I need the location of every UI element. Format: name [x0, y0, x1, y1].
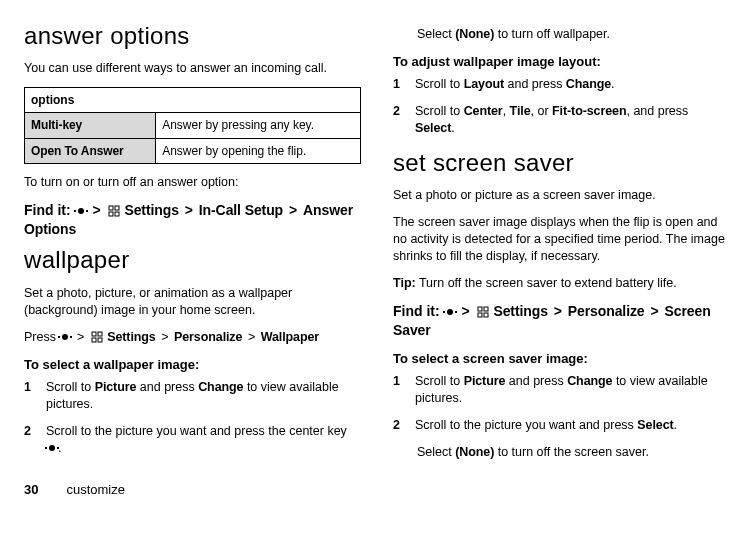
tip-text: Turn off the screen saver to extend batt… — [416, 276, 677, 290]
center-key-icon — [445, 307, 455, 317]
path-settings: Settings — [124, 202, 178, 218]
step-row: 2 Scroll to the picture you want and pre… — [393, 417, 730, 434]
step-text: Scroll to Center, Tile, or Fit-to-screen… — [415, 103, 730, 137]
chevron-text: > — [248, 330, 255, 344]
step-frag: . — [451, 121, 454, 135]
step-key: Tile — [510, 104, 531, 118]
step-number: 1 — [24, 379, 36, 413]
options-table: options Multi-key Answer by pressing any… — [24, 87, 361, 164]
step-key: Select — [415, 121, 451, 135]
step-text: Scroll to Layout and press Change. — [415, 76, 730, 93]
colon: : — [195, 357, 199, 372]
path-settings: Settings — [107, 330, 156, 344]
subhead-select-saver: To select a screen saver image: — [393, 350, 730, 368]
path-personalize: Personalize — [568, 303, 645, 319]
step-key: Select — [637, 418, 673, 432]
chevron-text: > — [554, 303, 562, 319]
step-frag: Scroll to the picture you want and press — [415, 418, 637, 432]
option-desc: Answer by opening the flip. — [156, 138, 361, 163]
subhead-text: To select a screen saver image — [393, 351, 584, 366]
center-key-icon — [60, 332, 70, 342]
center-key-icon — [47, 443, 57, 453]
svg-rect-5 — [98, 332, 102, 336]
step-number: 1 — [393, 373, 405, 407]
option-desc: Answer by pressing any key. — [156, 113, 361, 138]
svg-rect-8 — [478, 307, 482, 311]
subhead-text: To adjust wallpaper image layout — [393, 54, 596, 69]
step-key: Fit-to-screen — [552, 104, 626, 118]
press-label: Press — [24, 330, 56, 344]
step-row: 1 Scroll to Picture and press Change to … — [393, 373, 730, 407]
step-number: 2 — [393, 417, 405, 434]
step-frag: Scroll to — [415, 104, 464, 118]
step-frag: , and press — [626, 104, 688, 118]
left-column: answer options You can use different way… — [24, 20, 361, 471]
step-key: Picture — [95, 380, 137, 394]
step-key: Change — [198, 380, 243, 394]
find-it-label: Find it: — [24, 202, 71, 218]
page-footer: 30 customize — [24, 481, 730, 499]
option-name: Multi-key — [25, 113, 156, 138]
step-frag: . — [611, 77, 614, 91]
intro-answer: You can use different ways to answer an … — [24, 60, 361, 77]
chevron-text: > — [185, 202, 193, 218]
intro-wallpaper: Set a photo, picture, or animation as a … — [24, 285, 361, 319]
step-text: Scroll to Picture and press Change to vi… — [46, 379, 361, 413]
turn-on-off-text: To turn on or turn off an answer option: — [24, 174, 361, 191]
center-key-icon — [76, 206, 86, 216]
text-frag: to turn off the screen saver. — [494, 445, 649, 459]
step-frag: Scroll to — [415, 374, 464, 388]
step-row: 2 Scroll to the picture you want and pre… — [24, 423, 361, 457]
none-key: (None) — [455, 27, 494, 41]
chevron-text: > — [77, 330, 84, 344]
step-row: 1 Scroll to Layout and press Change. — [393, 76, 730, 93]
settings-icon — [91, 331, 103, 343]
svg-rect-9 — [484, 307, 488, 311]
option-name: Open To Answer — [25, 138, 156, 163]
step-row: 1 Scroll to Picture and press Change to … — [24, 379, 361, 413]
table-header: options — [25, 88, 361, 113]
step-key: Change — [566, 77, 611, 91]
svg-rect-0 — [109, 206, 113, 210]
step-frag: . — [674, 418, 677, 432]
text-frag: Select — [417, 27, 455, 41]
step-frag: , or — [531, 104, 553, 118]
select-none-saver: Select (None) to turn off the screen sav… — [417, 444, 730, 461]
step-frag: , — [503, 104, 510, 118]
step-number: 2 — [393, 103, 405, 137]
svg-rect-2 — [109, 212, 113, 216]
path-in-call-setup: In-Call Setup — [199, 202, 283, 218]
step-frag: and press — [505, 374, 567, 388]
svg-rect-3 — [115, 212, 119, 216]
chevron-text: > — [289, 202, 297, 218]
path-wallpaper: Wallpaper — [261, 330, 319, 344]
svg-rect-4 — [92, 332, 96, 336]
step-key: Center — [464, 104, 503, 118]
select-none-wallpaper: Select (None) to turn off wallpaper. — [417, 26, 730, 43]
step-number: 1 — [393, 76, 405, 93]
text-frag: Select — [417, 445, 455, 459]
step-text: Scroll to the picture you want and press… — [415, 417, 730, 434]
path-screen-saver: Screen Saver — [393, 303, 711, 338]
svg-rect-11 — [484, 313, 488, 317]
step-key: Picture — [464, 374, 506, 388]
find-it-screen-saver: Find it: > Settings > Personalize > Scre… — [393, 302, 730, 340]
step-key: Change — [567, 374, 612, 388]
step-text: Scroll to the picture you want and press… — [46, 423, 361, 457]
intro-screen-saver: Set a photo or picture as a screen saver… — [393, 187, 730, 204]
settings-icon — [108, 205, 120, 217]
section-name: customize — [66, 481, 125, 499]
svg-rect-1 — [115, 206, 119, 210]
tip-screen-saver: Tip: Turn off the screen saver to extend… — [393, 275, 730, 292]
chevron-text: > — [92, 202, 100, 218]
step-row: 2 Scroll to Center, Tile, or Fit-to-scre… — [393, 103, 730, 137]
text-frag: to turn off wallpaper. — [494, 27, 610, 41]
path-personalize: Personalize — [174, 330, 242, 344]
step-key: Layout — [464, 77, 504, 91]
subhead-adjust-layout: To adjust wallpaper image layout: — [393, 53, 730, 71]
none-key: (None) — [455, 445, 494, 459]
svg-rect-7 — [98, 338, 102, 342]
step-frag: and press — [504, 77, 566, 91]
heading-screen-saver: set screen saver — [393, 147, 730, 179]
find-it-label: Find it: — [393, 303, 440, 319]
